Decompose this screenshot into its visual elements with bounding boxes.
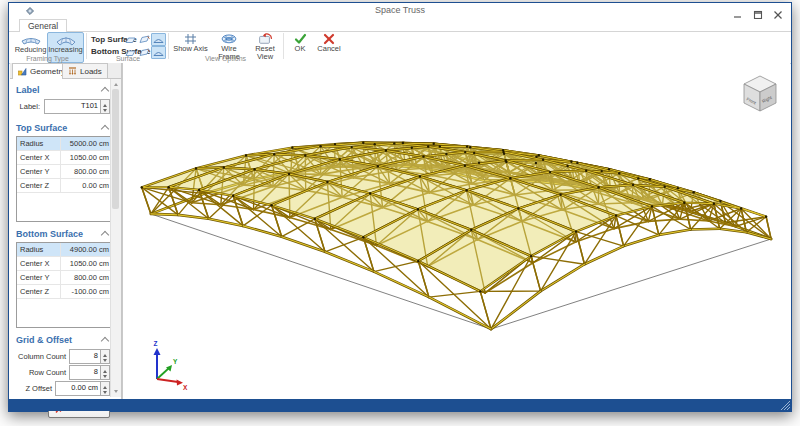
label-field-caption: Label: [18, 102, 40, 111]
ribbon-tab-strip: General [9, 19, 791, 32]
row-label: Radius [17, 243, 61, 256]
label-spinner[interactable] [100, 100, 109, 113]
row-count-value: 8 [70, 366, 100, 379]
viewport-canvas[interactable]: Front Right Z Y X [123, 63, 790, 399]
label-section-title: Label [16, 85, 40, 95]
row-value: 1050.00 cm [61, 151, 112, 164]
view-options-group-label: View Options [172, 55, 279, 62]
group-separator [168, 33, 169, 59]
table-row[interactable]: Center Z -100.00 cm [17, 285, 112, 299]
bottom-surface-section-title: Bottom Surface [16, 229, 83, 239]
geometry-tab-label: Geometry [30, 67, 65, 76]
maximize-button[interactable] [753, 6, 763, 16]
top-surface-curved-button[interactable] [151, 33, 166, 46]
axis-triad: Z Y X [154, 340, 189, 391]
z-offset-input[interactable]: 0.00 cm [55, 381, 110, 396]
label-input[interactable]: T101 [44, 99, 110, 114]
show-axis-label: Show Axis [173, 45, 208, 54]
top-surface-section-title: Top Surface [16, 123, 67, 133]
table-row[interactable]: Center X 1050.00 cm [17, 151, 112, 165]
title-bar[interactable]: Space Truss [9, 3, 791, 19]
row-label: Center Y [17, 165, 61, 178]
collapse-label-chevron-icon[interactable] [101, 87, 109, 95]
table-row[interactable]: Center Z 0.00 cm [17, 179, 112, 193]
row-count-input[interactable]: 8 [69, 365, 110, 380]
z-axis-arrow-icon [154, 348, 161, 355]
column-count-spinner[interactable] [100, 350, 109, 363]
window-title: Space Truss [9, 5, 791, 15]
row-label: Center X [17, 151, 61, 164]
ribbon: Reducing Increasing Framing Type Top Sur… [9, 32, 791, 64]
y-axis-label: Y [173, 358, 178, 365]
column-count-input[interactable]: 8 [69, 349, 110, 364]
scroll-down-icon[interactable] [114, 390, 118, 395]
table-row[interactable]: Center Y 800.00 cm [17, 271, 112, 285]
panel-tab-strip: Geometry Loads [10, 63, 122, 79]
bottom-surface-table: Radius 4900.00 cm Center X 1050.00 cm Ce… [16, 242, 113, 328]
scrollbar-thumb[interactable] [112, 89, 119, 209]
surface-group-label: Surface [91, 55, 165, 62]
3d-viewport[interactable]: Front Right Z Y X [122, 63, 790, 399]
table-row[interactable]: Center Y 800.00 cm [17, 165, 112, 179]
row-value: 800.00 cm [61, 165, 112, 178]
row-count-caption: Row Count [14, 368, 66, 377]
label-value: T101 [45, 100, 100, 113]
group-separator [283, 33, 284, 59]
ok-button[interactable]: OK [287, 32, 313, 63]
z-offset-spinner[interactable] [100, 382, 109, 395]
geometry-panel: Label Label: T101 Top Surface Radius 500… [10, 79, 122, 399]
collapse-grid-offset-chevron-icon[interactable] [101, 337, 109, 345]
collapse-bottom-surface-chevron-icon[interactable] [101, 231, 109, 239]
table-row[interactable]: Center X 1050.00 cm [17, 257, 112, 271]
increasing-label: Increasing [48, 46, 83, 55]
sloped-surface-icon [139, 35, 150, 44]
grid-offset-section-title: Grid & Offset [16, 335, 72, 345]
panel-scrollbar[interactable] [110, 79, 121, 397]
row-count-spinner[interactable] [100, 366, 109, 379]
row-value: 5000.00 cm [61, 137, 112, 150]
column-count-caption: Column Count [14, 352, 66, 361]
framing-group-label: Framing Type [13, 55, 82, 62]
row-label: Center Y [17, 271, 61, 284]
wire-frame-icon [221, 33, 237, 45]
geometry-icon [18, 67, 27, 76]
truss-structure [141, 142, 772, 330]
scroll-up-icon[interactable] [114, 81, 118, 86]
loads-tab-label: Loads [80, 67, 102, 76]
row-value: 1050.00 cm [61, 257, 112, 270]
window-bottom-frame [9, 399, 791, 411]
z-axis-label: Z [154, 340, 158, 347]
tab-loads[interactable]: Loads [62, 63, 108, 79]
minimize-button[interactable] [733, 6, 743, 16]
row-label: Center Z [17, 179, 61, 192]
table-row[interactable]: Radius 4900.00 cm [17, 243, 112, 257]
ok-label: OK [295, 45, 306, 54]
z-offset-value: 0.00 cm [56, 382, 100, 395]
reset-view-icon [258, 33, 273, 45]
row-value: 4900.00 cm [61, 243, 112, 256]
table-row[interactable]: Radius 5000.00 cm [17, 137, 112, 151]
z-offset-caption: Z Offset [14, 384, 52, 393]
loads-icon [68, 67, 77, 76]
row-value: -100.00 cm [61, 285, 112, 298]
top-surface-flat-button[interactable] [123, 33, 138, 46]
top-surface-table: Radius 5000.00 cm Center X 1050.00 cm Ce… [16, 136, 113, 222]
cancel-button[interactable]: Cancel [313, 32, 345, 63]
column-count-value: 8 [70, 350, 100, 363]
collapse-top-surface-chevron-icon[interactable] [101, 125, 109, 133]
resize-grip-icon[interactable] [781, 401, 790, 410]
row-value: 0.00 cm [61, 179, 112, 192]
row-value: 800.00 cm [61, 271, 112, 284]
close-button[interactable] [773, 6, 783, 16]
group-separator [86, 33, 87, 59]
x-axis-label: X [183, 384, 188, 391]
row-label: Radius [17, 137, 61, 150]
cancel-label: Cancel [317, 45, 340, 54]
row-label: Center X [17, 257, 61, 270]
space-truss-window: Space Truss General Reducing [8, 2, 792, 412]
curved-surface-icon [153, 36, 164, 44]
tab-general[interactable]: General [19, 19, 67, 33]
top-surface-sloped-button[interactable] [137, 33, 152, 46]
view-cube[interactable]: Front Right [744, 76, 776, 111]
reducing-label: Reducing [15, 46, 47, 55]
